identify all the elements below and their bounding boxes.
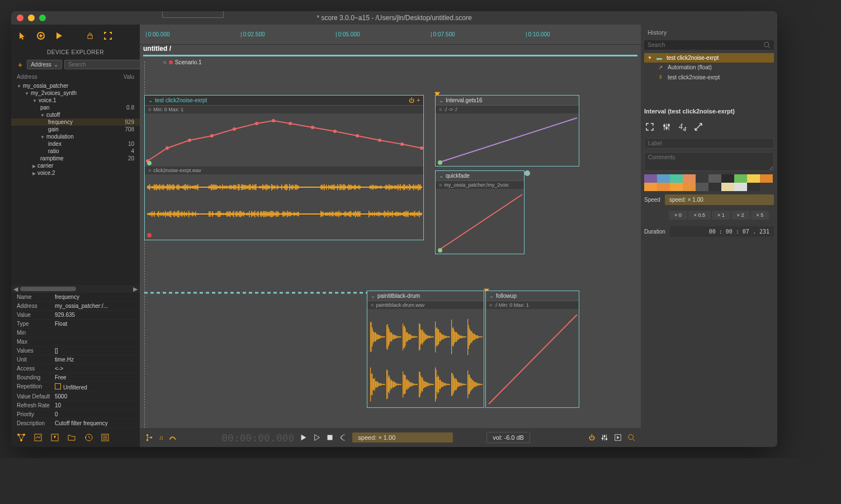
tree-row[interactable]: ▼modulation xyxy=(11,133,140,140)
sliders-icon[interactable] xyxy=(662,122,671,132)
speed-value-display[interactable]: speed: × 1.00 xyxy=(665,194,774,205)
speed-preset-button[interactable]: × 5 xyxy=(751,211,769,220)
color-swatch[interactable] xyxy=(747,183,760,191)
interval-header[interactable]: ⌄ followup xyxy=(486,291,579,301)
port-icon[interactable] xyxy=(147,233,152,237)
color-swatch[interactable] xyxy=(683,183,696,191)
music-icon[interactable]: ♫ xyxy=(159,434,163,441)
cursor-tool-icon[interactable] xyxy=(18,31,28,41)
address-dropdown[interactable]: Address ⌄ xyxy=(27,60,62,69)
stop-button[interactable] xyxy=(327,434,333,441)
tree-row[interactable]: ramptime20 xyxy=(11,155,140,162)
sync-point-icon[interactable] xyxy=(525,170,530,176)
interval-header[interactable]: ⌄ Interval.gets16 xyxy=(436,96,579,106)
output-icon[interactable] xyxy=(614,434,622,441)
color-swatch[interactable] xyxy=(696,174,708,183)
chart-icon[interactable] xyxy=(34,433,42,442)
maximize-window-button[interactable] xyxy=(39,15,46,21)
color-swatch[interactable] xyxy=(747,174,760,183)
device-tree[interactable]: ▼my_ossia_patcher▼my_2voices_synth▼voice… xyxy=(11,82,140,177)
minimize-window-button[interactable] xyxy=(28,15,35,21)
add-icon[interactable]: + xyxy=(417,97,420,103)
speed-preset-button[interactable]: × 0 xyxy=(669,211,687,220)
tree-row[interactable]: ▼my_2voices_synth xyxy=(11,89,140,97)
tree-row[interactable]: pan0.8 xyxy=(11,104,140,111)
close-window-button[interactable] xyxy=(17,15,23,21)
tree-row[interactable]: ratio4 xyxy=(11,148,140,155)
time-signature-icon[interactable]: 44 xyxy=(679,122,686,132)
port-icon[interactable] xyxy=(147,161,152,165)
interval-paintitblack[interactable]: ⌄ paintitblack-drum ≡paintitblack-drum.w… xyxy=(367,291,484,408)
chevron-down-icon[interactable]: ⌄ xyxy=(371,293,375,299)
interval-header[interactable]: ⌄ paintitblack-drum xyxy=(367,291,484,301)
port-icon[interactable] xyxy=(438,160,442,165)
color-swatch[interactable] xyxy=(670,174,683,183)
branch-icon[interactable] xyxy=(145,434,153,441)
search-icon[interactable] xyxy=(627,434,635,441)
duration-value[interactable]: 00 : 00 : 07 . 231 xyxy=(670,226,774,237)
expand-icon[interactable] xyxy=(645,122,654,132)
chevron-down-icon[interactable]: ⌄ xyxy=(439,173,443,179)
comments-input[interactable] xyxy=(644,152,774,171)
color-swatch[interactable] xyxy=(760,174,773,183)
image-icon[interactable] xyxy=(50,433,59,442)
history-search-input[interactable] xyxy=(648,42,763,48)
tree-row[interactable]: ▼my_ossia_patcher xyxy=(11,82,140,89)
play-button[interactable] xyxy=(300,434,308,441)
tree-row[interactable]: frequency929 xyxy=(11,118,140,126)
color-swatch[interactable] xyxy=(657,183,670,191)
horizontal-scrollbar[interactable]: ◀ ▶ xyxy=(11,285,140,293)
color-swatch[interactable] xyxy=(708,174,721,183)
mini-ruler[interactable] xyxy=(162,11,224,18)
interval-test-click2noise[interactable]: ⌄ test click2noise-exrpt ⏻ + ≡Min: 0 Max… xyxy=(144,95,424,240)
history-item[interactable]: ↗Automation (float) xyxy=(644,63,774,72)
color-swatch[interactable] xyxy=(644,174,657,183)
tree-row[interactable]: ▼cutoff xyxy=(11,111,140,118)
chevron-down-icon[interactable]: ⌄ xyxy=(489,293,494,299)
interval-header[interactable]: ⌄ quickfade xyxy=(436,171,524,181)
power-icon[interactable]: ⏻ xyxy=(589,434,595,441)
volume-display[interactable]: vol: -6.0 dB xyxy=(486,432,530,443)
label-input[interactable] xyxy=(644,138,774,149)
resize-icon[interactable] xyxy=(694,122,703,132)
folder-icon[interactable] xyxy=(67,433,76,442)
scroll-thumb[interactable] xyxy=(20,287,76,291)
interval-header[interactable]: ⌄ test click2noise-exrpt ⏻ + xyxy=(145,96,423,106)
color-swatch[interactable] xyxy=(734,183,747,191)
waveform-lane[interactable] xyxy=(367,309,484,407)
waveform-lane[interactable] xyxy=(145,174,423,239)
automation-lane[interactable] xyxy=(436,189,524,254)
scenario-area[interactable]: ≡Scenario.1 ▼ ▼ ⌄ test click2noise-exrpt… xyxy=(140,45,641,428)
lock-tool-icon[interactable] xyxy=(85,31,95,41)
chevron-down-icon[interactable]: ⌄ xyxy=(148,97,153,103)
rewind-button[interactable] xyxy=(339,434,347,441)
tree-row[interactable]: index10 xyxy=(11,140,140,148)
speed-input[interactable]: speed: × 1.00 xyxy=(352,432,453,443)
automation-lane[interactable] xyxy=(436,113,579,166)
color-swatch[interactable] xyxy=(683,174,696,183)
interval-gets16[interactable]: ⌄ Interval.gets16 ≡:/ -> :/ xyxy=(435,95,579,167)
speed-preset-button[interactable]: × 0.5 xyxy=(688,211,711,220)
fit-tool-icon[interactable] xyxy=(103,31,113,41)
search-icon[interactable] xyxy=(763,41,771,49)
chevron-down-icon[interactable]: ⌄ xyxy=(439,97,443,103)
history-icon[interactable] xyxy=(84,433,93,442)
tree-row[interactable]: ▶carrier xyxy=(11,162,140,169)
nodes-icon[interactable] xyxy=(17,433,26,442)
add-device-button[interactable]: + xyxy=(16,60,25,69)
power-icon[interactable]: ⏻ xyxy=(409,97,414,103)
color-swatch[interactable] xyxy=(721,183,734,191)
port-icon[interactable] xyxy=(438,248,442,253)
timeline-ruler[interactable]: |0:00.000|0:02.500|0:05.000|0:07.500|0:1… xyxy=(140,25,641,45)
speed-preset-button[interactable]: × 2 xyxy=(731,211,750,220)
history-item[interactable]: ▼▬test click2noise-exrpt xyxy=(644,53,774,63)
list-icon[interactable] xyxy=(101,433,110,442)
tree-row[interactable]: ▶voice.2 xyxy=(11,169,140,177)
play-tool-icon[interactable] xyxy=(54,31,64,41)
tree-row[interactable]: ▼voice.1 xyxy=(11,97,140,104)
color-swatch[interactable] xyxy=(644,183,657,191)
color-swatch[interactable] xyxy=(670,183,683,191)
color-swatch[interactable] xyxy=(696,183,708,191)
play-outline-button[interactable] xyxy=(313,434,321,441)
automation-lane[interactable] xyxy=(145,113,423,167)
